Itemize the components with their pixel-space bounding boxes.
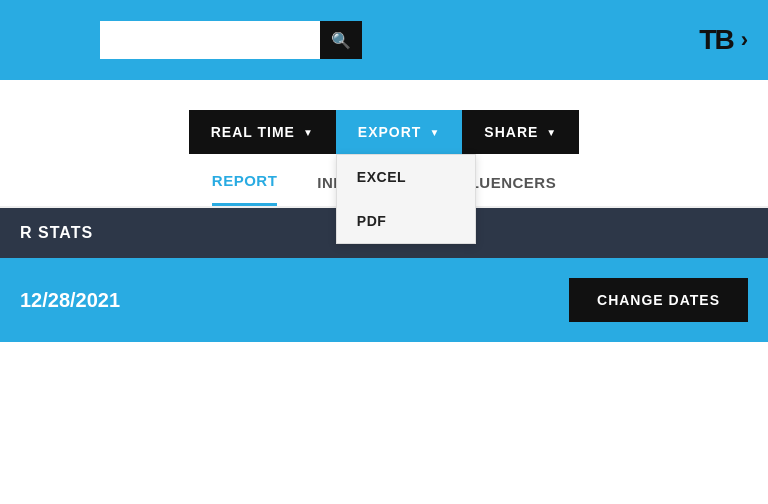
- search-button[interactable]: 🔍: [320, 21, 362, 59]
- export-excel[interactable]: EXCEL: [337, 155, 475, 199]
- date-row: 12/28/2021 CHANGE DATES: [0, 258, 768, 342]
- change-dates-button[interactable]: CHANGE DATES: [569, 278, 748, 322]
- export-label: EXPORT: [358, 124, 422, 140]
- main-content: REAL TIME ▼ EXPORT ▼ EXCEL PDF SHARE ▼ R…: [0, 80, 768, 342]
- export-dropdown: EXCEL PDF: [336, 154, 476, 244]
- realtime-button[interactable]: REAL TIME ▼: [189, 110, 336, 154]
- toolbar-row: REAL TIME ▼ EXPORT ▼ EXCEL PDF SHARE ▼: [0, 110, 768, 154]
- export-wrapper: EXPORT ▼ EXCEL PDF: [336, 110, 462, 154]
- logo-area: TB ›: [699, 24, 748, 56]
- share-chevron: ▼: [546, 127, 557, 138]
- realtime-chevron: ▼: [303, 127, 314, 138]
- search-icon: 🔍: [331, 31, 351, 50]
- tab-report[interactable]: REPORT: [212, 172, 278, 206]
- navbar: 🔍 TB ›: [0, 0, 768, 80]
- share-label: SHARE: [484, 124, 538, 140]
- realtime-label: REAL TIME: [211, 124, 295, 140]
- share-button[interactable]: SHARE ▼: [462, 110, 579, 154]
- search-container: 🔍: [100, 21, 362, 59]
- export-button[interactable]: EXPORT ▼: [336, 110, 462, 154]
- export-chevron: ▼: [429, 127, 440, 138]
- search-input[interactable]: [100, 21, 320, 59]
- stats-title: R STATS: [20, 224, 93, 241]
- export-pdf[interactable]: PDF: [337, 199, 475, 243]
- change-dates-label: CHANGE DATES: [597, 292, 720, 308]
- date-display: 12/28/2021: [20, 289, 120, 312]
- logo: TB: [699, 24, 732, 56]
- logo-arrow: ›: [741, 27, 748, 53]
